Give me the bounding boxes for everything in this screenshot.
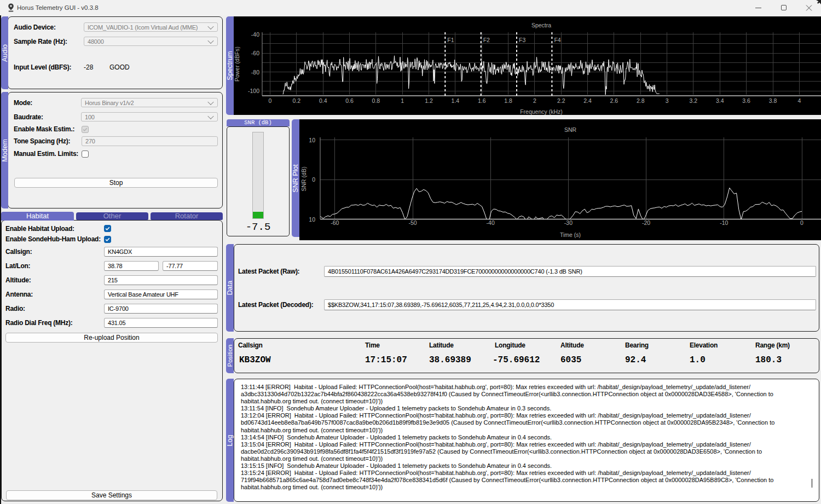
svg-text:-80: -80 xyxy=(251,69,259,76)
svg-text:F1: F1 xyxy=(447,37,454,43)
svg-text:1.6: 1.6 xyxy=(478,97,486,104)
svg-text:0: 0 xyxy=(800,219,803,226)
svg-text:2: 2 xyxy=(533,97,536,104)
svg-text:2.8: 2.8 xyxy=(637,97,645,104)
svg-text:3.8: 3.8 xyxy=(769,97,777,104)
svg-text:3.2: 3.2 xyxy=(690,97,698,104)
svg-text:F2: F2 xyxy=(483,37,490,43)
svg-text:-50: -50 xyxy=(408,219,417,226)
svg-text:2.2: 2.2 xyxy=(557,97,565,104)
svg-text:Frequency (kHz): Frequency (kHz) xyxy=(520,108,563,115)
svg-text:0: 0 xyxy=(312,176,315,183)
svg-text:1.2: 1.2 xyxy=(425,97,433,104)
svg-text:3.6: 3.6 xyxy=(742,97,750,104)
svg-text:Spectra: Spectra xyxy=(531,22,551,28)
svg-text:3: 3 xyxy=(666,97,669,104)
svg-text:-100: -100 xyxy=(248,88,259,94)
svg-text:0.8: 0.8 xyxy=(372,97,380,104)
svg-text:SNR: SNR xyxy=(564,126,577,133)
svg-text:F3: F3 xyxy=(519,37,525,43)
svg-text:-60: -60 xyxy=(251,50,259,56)
svg-text:-10: -10 xyxy=(720,219,728,226)
svg-text:1.4: 1.4 xyxy=(452,97,460,104)
svg-text:1.8: 1.8 xyxy=(504,97,512,104)
svg-text:10: 10 xyxy=(309,137,315,143)
svg-text:F4: F4 xyxy=(554,37,560,43)
svg-text:10: 10 xyxy=(309,216,315,223)
svg-text:0.4: 0.4 xyxy=(319,97,327,104)
svg-text:-20: -20 xyxy=(642,219,650,226)
svg-text:2.6: 2.6 xyxy=(610,97,618,104)
svg-text:4: 4 xyxy=(797,97,801,104)
svg-text:0.6: 0.6 xyxy=(345,97,354,104)
svg-text:0.2: 0.2 xyxy=(292,97,300,104)
svg-text:Power (dBFs): Power (dBFs) xyxy=(234,47,240,82)
svg-text:-30: -30 xyxy=(564,219,573,226)
svg-text:-60: -60 xyxy=(331,219,339,226)
svg-text:-40: -40 xyxy=(251,31,259,38)
svg-text:1: 1 xyxy=(401,97,404,104)
svg-text:3.4: 3.4 xyxy=(716,97,724,104)
svg-text:2.4: 2.4 xyxy=(583,97,592,104)
svg-text:0: 0 xyxy=(269,97,272,104)
svg-text:SNR (dB): SNR (dB) xyxy=(300,167,307,192)
svg-text:Time (s): Time (s) xyxy=(560,231,581,238)
svg-text:-40: -40 xyxy=(487,219,495,226)
